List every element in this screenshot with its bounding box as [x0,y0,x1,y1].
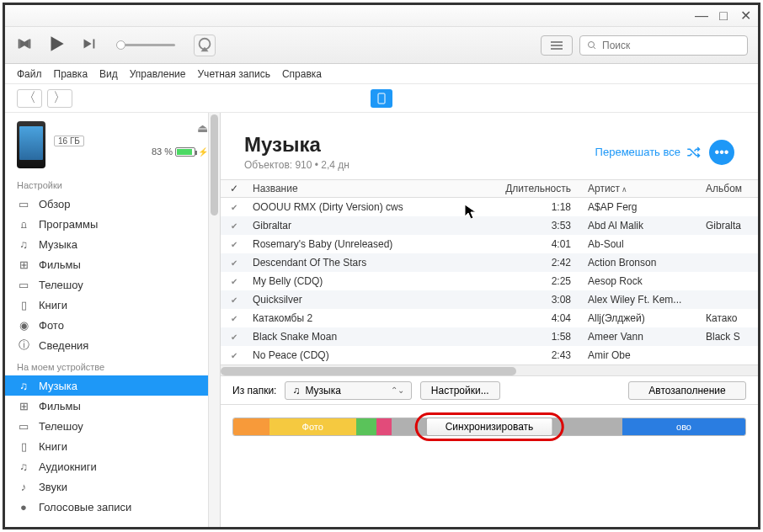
more-actions-button[interactable]: ••• [709,140,734,165]
menu-account[interactable]: Учетная запись [198,68,270,80]
table-row[interactable]: ✔Gibraltar3:53Abd Al MalikGibralta [221,216,758,235]
track-duration: 4:04 [505,312,581,324]
sidebar-item-label: Фото [39,319,64,332]
sidebar-item-Книги[interactable]: ▯Книги [5,295,220,315]
device-capacity: 16 ГБ [54,136,84,146]
sidebar-item-Фильмы[interactable]: ⊞Фильмы [5,254,220,274]
sync-highlight: Синхронизировать [415,412,564,441]
sidebar-icon: ● [17,500,30,513]
row-check-icon[interactable]: ✔ [221,240,248,249]
maximize-button[interactable]: □ [718,10,729,22]
device-tab[interactable] [371,89,392,108]
row-check-icon[interactable]: ✔ [221,221,248,231]
prev-track-button[interactable] [15,35,34,56]
play-button[interactable] [45,33,67,58]
table-row[interactable]: ✔OOOUU RMX (Dirty Version) cws1:18A$AP F… [221,198,758,216]
table-row[interactable]: ✔Катакомбы 24:04Allj(Элджей)Катако [221,309,758,327]
search-input[interactable] [602,40,740,51]
table-row[interactable]: ✔Quicksilver3:08Alex Wiley Ft. Kem... [221,290,758,309]
col-duration[interactable]: Длительность [505,183,581,194]
search-field[interactable] [579,35,748,56]
sidebar-device-item-Голосовые записи[interactable]: ●Голосовые записи [5,497,220,517]
page-title: Музыка [244,133,349,157]
track-name: OOOUU RMX (Dirty Version) cws [248,201,505,213]
sidebar-icon: ▭ [17,419,30,433]
sidebar-item-Телешоу[interactable]: ▭Телешоу [5,274,220,295]
sidebar-item-label: Сведения [39,339,88,352]
row-check-icon[interactable]: ✔ [221,258,248,268]
track-duration: 2:43 [505,349,581,361]
row-check-icon[interactable]: ✔ [221,351,248,360]
table-row[interactable]: ✔Rosemary's Baby (Unreleased)4:01Ab-Soul [221,235,758,253]
track-duration: 2:42 [505,257,581,269]
menu-file[interactable]: Файл [17,68,42,80]
sidebar-item-Обзор[interactable]: ▭Обзор [5,194,220,214]
usage-segment: ово [622,418,745,435]
forward-button[interactable]: 〉 [47,89,72,108]
close-button[interactable]: ✕ [739,10,751,22]
track-album: Gibralta [699,220,758,231]
usage-segment: Фото [269,418,356,435]
airplay-button[interactable] [194,35,216,56]
battery-icon [175,147,195,157]
sidebar-scrollbar[interactable] [208,113,220,527]
sidebar-device-item-Аудиокниги[interactable]: ♫Аудиокниги [5,456,220,476]
menu-edit[interactable]: Правка [54,68,88,80]
sidebar-device-item-Книги[interactable]: ▯Книги [5,436,220,456]
volume-slider[interactable] [116,44,175,46]
row-check-icon[interactable]: ✔ [221,277,248,286]
sync-button[interactable]: Синхронизировать [426,418,553,436]
track-name: Rosemary's Baby (Unreleased) [248,238,505,250]
col-name[interactable]: Название [248,183,505,194]
minimize-button[interactable]: — [696,10,707,22]
table-row[interactable]: ✔Black Snake Moan1:58Ameer VannBlack S [221,327,758,346]
list-view-button[interactable] [541,35,573,56]
sidebar-item-label: Музыка [39,380,77,392]
sidebar-item-Сведения[interactable]: ⓘСведения [5,335,220,355]
sidebar-item-Музыка[interactable]: ♫Музыка [5,234,220,254]
autofill-button[interactable]: Автозаполнение [628,381,746,400]
track-name: My Belly (CDQ) [248,275,505,287]
charging-icon: ⚡ [198,147,208,157]
row-check-icon[interactable]: ✔ [221,314,248,323]
row-check-icon[interactable]: ✔ [221,332,248,342]
next-track-button[interactable] [79,35,98,56]
folder-selector[interactable]: ♫ Музыка ⌃⌄ [285,381,411,400]
row-check-icon[interactable]: ✔ [221,203,248,212]
sidebar-item-Программы[interactable]: ⩍Программы [5,214,220,234]
svg-point-4 [589,41,595,47]
table-row[interactable]: ✔Descendant Of The Stars2:42Action Brons… [221,253,758,272]
sidebar-item-label: Голосовые записи [39,501,131,513]
sidebar-icon: ▭ [17,197,30,210]
menu-controls[interactable]: Управление [130,68,186,80]
menu-view[interactable]: Вид [99,68,118,80]
sidebar-item-label: Обзор [39,198,71,210]
row-check-icon[interactable]: ✔ [221,295,248,305]
horizontal-scrollbar[interactable] [221,364,758,376]
col-album[interactable]: Альбом [699,183,758,194]
table-row[interactable]: ✔My Belly (CDQ)2:25Aesop Rock [221,272,758,290]
shuffle-all-button[interactable]: Перемешать все [595,145,701,160]
menu-help[interactable]: Справка [282,68,322,80]
track-artist: Alex Wiley Ft. Kem... [581,294,699,306]
track-duration: 1:18 [505,201,581,213]
col-check[interactable]: ✓ [221,183,248,194]
sidebar-icon: ⊞ [17,258,30,271]
track-name: No Peace (CDQ) [248,349,505,361]
dropdown-icon: ⌃⌄ [391,386,404,395]
sidebar-icon: ▯ [17,298,30,311]
sidebar-section-ondevice: На моем устройстве [5,355,220,375]
table-row[interactable]: ✔No Peace (CDQ)2:43Amir Obe [221,346,758,364]
settings-button[interactable]: Настройки... [420,381,500,400]
sidebar-icon: ▯ [17,439,30,453]
sidebar-device-item-Музыка[interactable]: ♫Музыка [5,375,220,396]
sidebar-device-item-Фильмы[interactable]: ⊞Фильмы [5,396,220,416]
sidebar-icon: ◉ [17,318,30,332]
sidebar-device-item-Звуки[interactable]: ♪Звуки [5,476,220,497]
eject-button[interactable]: ⏏ [152,121,208,135]
col-artist[interactable]: Артист∧ [581,183,699,194]
sidebar-device-item-Телешоу[interactable]: ▭Телешоу [5,416,220,436]
sidebar-icon: ▭ [17,278,30,291]
sidebar-item-Фото[interactable]: ◉Фото [5,315,220,335]
back-button[interactable]: 〈 [17,89,42,108]
